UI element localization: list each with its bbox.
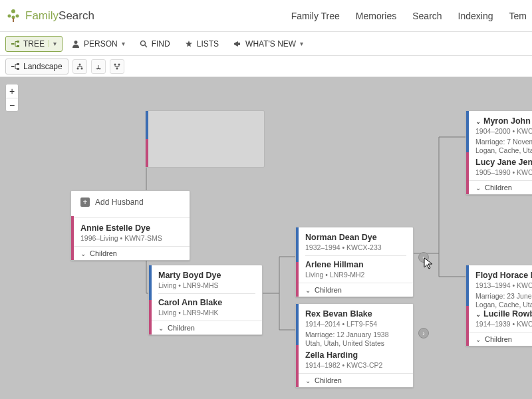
gender-stripe: [149, 265, 152, 334]
svg-point-1: [8, 14, 11, 17]
children-label: Children: [315, 286, 342, 294]
svg-point-16: [80, 67, 82, 69]
husband-name: Marty Boyd Dye: [158, 271, 255, 280]
husband-name: Rex Bevan Blake: [305, 309, 406, 319]
husband-meta: 1914–2014 • LFT9-F54: [305, 320, 406, 328]
chevron-down-icon: ⌄: [475, 118, 481, 125]
view-descendancy-icon[interactable]: [110, 59, 124, 74]
nav-memories[interactable]: Memories: [356, 11, 396, 21]
wife-meta: 1905–1990 • KWC: [475, 168, 532, 176]
chevron-down-icon: ▾: [300, 40, 303, 47]
husband-name: Norman Dean Dye: [305, 233, 406, 242]
svg-rect-7: [17, 45, 19, 47]
wife-name: Zella Harding: [305, 350, 406, 360]
person-name: Annie Estelle Dye: [80, 223, 183, 233]
svg-point-0: [11, 9, 15, 13]
view-landscape[interactable]: Landscape: [5, 59, 68, 74]
ghost-card[interactable]: [145, 110, 265, 168]
mouse-cursor-icon: [423, 257, 436, 270]
chevron-down-icon: ▾: [49, 40, 57, 47]
nav-search[interactable]: Search: [412, 11, 442, 21]
person-dropdown[interactable]: PERSON▾: [66, 37, 130, 51]
wife-name: Carol Ann Blake: [158, 298, 255, 307]
husband-meta: 1932–1994 • KWCX-233: [305, 243, 406, 251]
chevron-down-icon: ⌄: [475, 336, 481, 343]
wife-meta: Living • LNR9-MHK: [158, 309, 255, 317]
logo[interactable]: FamilySearch: [5, 8, 94, 24]
svg-rect-13: [17, 63, 19, 65]
children-toggle[interactable]: ⌄ Children: [466, 332, 532, 346]
search-icon: [140, 40, 148, 48]
nav-temple[interactable]: Tem: [509, 11, 527, 21]
children-label: Children: [90, 249, 117, 257]
couple-card-floyd-lucille[interactable]: Floyd Horace H 1913–1994 • KWC Marriage:…: [466, 265, 532, 346]
tree-logo-icon: [5, 8, 21, 24]
lists-button[interactable]: LISTS: [180, 37, 224, 51]
gender-stripe-f: [71, 216, 74, 260]
svg-line-10: [145, 45, 147, 47]
nav-family-tree[interactable]: Family Tree: [291, 11, 340, 21]
chevron-down-icon: ⌄: [475, 184, 481, 192]
husband-name: Myron John Dy: [483, 116, 532, 126]
wife-meta: 1914–1939 • KWC: [475, 320, 532, 328]
landscape-icon: [11, 63, 19, 70]
children-label: Children: [485, 184, 512, 192]
top-nav: Family Tree Memories Search Indexing Tem: [291, 11, 527, 21]
find-button[interactable]: FIND: [134, 37, 176, 51]
wife-name: Lucy Jane Jens: [475, 158, 532, 167]
svg-rect-11: [238, 43, 240, 45]
gender-stripe: [466, 111, 469, 194]
view-portrait-icon[interactable]: [72, 59, 87, 74]
gender-stripe: [296, 227, 299, 297]
svg-rect-6: [17, 41, 19, 43]
expand-right-button[interactable]: ›: [418, 328, 429, 338]
svg-point-9: [140, 41, 145, 45]
tree-dropdown[interactable]: TREE ▾: [5, 36, 63, 52]
couple-card-myron-lucy[interactable]: ⌄Myron John Dy 1904–2000 • KWC Marriage:…: [466, 110, 532, 195]
couple-card-norman-arlene[interactable]: Norman Dean Dye 1932–1994 • KWCX-233 Arl…: [295, 227, 414, 297]
children-label: Children: [315, 376, 342, 384]
svg-point-2: [16, 14, 19, 17]
app-header: FamilySearch Family Tree Memories Search…: [0, 0, 532, 32]
couple-card-rex-zella[interactable]: Rex Bevan Blake 1914–2014 • LFT9-F54 Mar…: [295, 303, 414, 388]
person-card-annie[interactable]: + Add Husband Annie Estelle Dye 1996–Liv…: [70, 190, 190, 261]
svg-rect-4: [13, 18, 14, 22]
person-icon: [72, 40, 80, 48]
plus-icon: +: [80, 198, 90, 207]
husband-meta: 1913–1994 • KWC: [475, 281, 532, 289]
couple-card-marty-carol[interactable]: Marty Boyd Dye Living • LNR9-MHS Carol A…: [148, 265, 263, 335]
husband-name: Floyd Horace H: [475, 271, 532, 280]
chevron-down-icon: ⌄: [158, 325, 164, 332]
svg-point-20: [118, 63, 120, 65]
svg-rect-5: [11, 43, 14, 45]
add-husband-button[interactable]: + Add Husband: [71, 191, 190, 213]
children-label: Children: [168, 324, 195, 332]
wife-meta: Living • LNR9-MH2: [305, 271, 406, 279]
toolbar: TREE ▾ PERSON▾ FIND LISTS WHAT'S NEW▾: [0, 32, 532, 56]
children-toggle[interactable]: ⌄ Children: [296, 373, 413, 387]
husband-meta: 1904–2000 • KWC: [475, 127, 532, 135]
marriage-info: Marriage: 7 Novem Logan, Cache, Utal: [475, 138, 532, 155]
children-label: Children: [485, 335, 512, 343]
view-fan-icon[interactable]: [91, 59, 106, 74]
gender-stripe: [296, 304, 299, 387]
svg-rect-12: [11, 66, 14, 67]
children-toggle[interactable]: ⌄ Children: [149, 321, 262, 334]
gender-stripe: [466, 265, 469, 346]
children-toggle[interactable]: ⌄ Children: [296, 283, 413, 297]
whatsnew-dropdown[interactable]: WHAT'S NEW▾: [228, 37, 309, 51]
svg-point-21: [116, 67, 118, 69]
svg-point-8: [74, 41, 78, 44]
children-toggle[interactable]: ⌄ Children: [466, 180, 532, 194]
children-toggle[interactable]: ⌄ Children: [71, 246, 190, 260]
tree-canvas[interactable]: + − + Add Husband Annie Estelle Dye 1996…: [0, 77, 532, 399]
chevron-down-icon: ⌄: [305, 287, 311, 294]
logo-text: FamilySearch: [25, 9, 94, 23]
nav-indexing[interactable]: Indexing: [458, 11, 493, 21]
gender-stripe: [146, 111, 148, 167]
person-meta: 1996–Living • KWN7-SMS: [80, 234, 183, 242]
marriage-info: Marriage: 23 June Logan, Cache, Utal: [475, 292, 532, 309]
view-bar: Landscape: [0, 56, 532, 77]
wife-name: Arlene Hillman: [305, 260, 406, 269]
chevron-down-icon: ⌄: [475, 311, 481, 318]
